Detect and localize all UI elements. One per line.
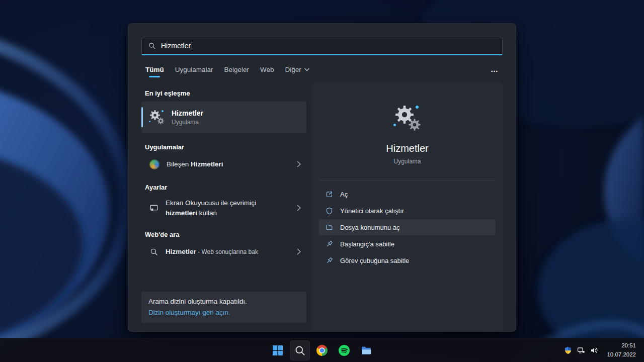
preview-subtitle: Uygulama	[311, 158, 503, 165]
spotify-button[interactable]	[334, 340, 354, 360]
ethernet-network-icon	[577, 346, 585, 354]
results-column: En iyi eşleşme Hizmetler Uygulama Uygula…	[141, 82, 306, 331]
divider	[319, 180, 495, 180]
text-caret	[192, 42, 192, 50]
search-filter-tabs: Tümü Uygulamalar Belgeler Web Diğer …	[145, 63, 499, 79]
indexing-notice-link[interactable]: Dizin oluşturmayı geri açın.	[148, 309, 299, 316]
open-icon	[325, 190, 334, 199]
services-gear-icon	[149, 109, 165, 125]
tab-more-filters[interactable]: Diğer	[285, 66, 309, 79]
selection-indicator	[141, 107, 143, 127]
search-flyout: Hizmetler Tümü Uygulamalar Belgeler Web …	[128, 23, 516, 332]
services-gear-icon-large	[393, 104, 422, 132]
chevron-right-icon	[297, 248, 301, 255]
security-shield-tray-icon[interactable]	[561, 340, 575, 360]
preview-actions: Aç Yönetici olarak çalıştır Dosya konumu…	[311, 183, 503, 269]
admin-shield-icon	[325, 207, 334, 215]
chrome-icon	[316, 344, 328, 356]
apps-section-header: Uygulamalar	[145, 143, 306, 151]
time-text: 20:51	[607, 341, 636, 350]
preview-title: Hizmetler	[311, 143, 503, 154]
search-input[interactable]: Hizmetler	[141, 37, 503, 55]
action-run-as-admin[interactable]: Yönetici olarak çalıştır	[319, 203, 496, 219]
search-icon	[148, 42, 156, 50]
web-section-header: Web'de ara	[145, 231, 306, 238]
chevron-down-icon	[304, 68, 309, 71]
search-taskbar-button[interactable]	[290, 340, 310, 360]
screen-reader-icon	[149, 204, 158, 213]
pin-icon	[325, 256, 334, 265]
search-icon	[294, 344, 306, 356]
speaker-icon	[590, 346, 598, 354]
clock[interactable]: 20:51 10.07.2022	[605, 340, 638, 360]
action-open-file-location[interactable]: Dosya konumunu aç	[319, 219, 496, 235]
pin-icon	[325, 240, 334, 248]
search-query-text: Hizmetler	[161, 42, 191, 50]
preview-pane: Hizmetler Uygulama Aç	[311, 82, 503, 331]
best-match-subtitle: Uygulama	[172, 119, 203, 126]
folder-icon	[325, 223, 334, 232]
action-pin-to-taskbar[interactable]: Görev çubuğuna sabitle	[319, 252, 496, 268]
file-explorer-icon	[360, 344, 372, 356]
network-tray-icon[interactable]	[575, 340, 588, 360]
more-options-button[interactable]: …	[491, 65, 499, 79]
desktop: Hizmetler Tümü Uygulamalar Belgeler Web …	[0, 0, 644, 362]
system-tray: 20:51 10.07.2022	[561, 338, 643, 362]
result-component-services[interactable]: Bileşen Hizmetleri	[141, 155, 306, 173]
component-services-icon	[149, 159, 159, 169]
security-shield-icon	[564, 346, 572, 354]
result-web-search[interactable]: Hizmetler - Web sonuçlarına bak	[141, 243, 306, 260]
taskbar-center-icons	[268, 340, 376, 360]
best-match-header: En iyi eşleşme	[145, 89, 306, 97]
windows-logo-icon	[272, 344, 284, 356]
taskbar: 20:51 10.07.2022	[0, 338, 644, 362]
result-screen-reader-setting[interactable]: Ekran Okuyucusu ile çevrimiçi hizmetleri…	[141, 196, 306, 220]
chevron-right-icon	[297, 205, 301, 211]
indexing-notice-text: Arama dizini oluşturma kapatıldı.	[148, 298, 299, 305]
chevron-right-icon	[297, 161, 301, 167]
best-match-item[interactable]: Hizmetler Uygulama	[141, 102, 306, 133]
tab-documents[interactable]: Belgeler	[224, 66, 250, 79]
chrome-button[interactable]	[312, 340, 332, 360]
best-match-title: Hizmetler	[172, 109, 203, 117]
indexing-notice: Arama dizini oluşturma kapatıldı. Dizin …	[141, 292, 306, 323]
tab-all[interactable]: Tümü	[145, 66, 164, 79]
settings-section-header: Ayarlar	[145, 184, 306, 191]
start-button[interactable]	[268, 340, 288, 360]
volume-tray-icon[interactable]	[588, 340, 601, 360]
spotify-icon	[338, 344, 350, 356]
search-icon	[149, 247, 158, 256]
tab-apps[interactable]: Uygulamalar	[175, 66, 213, 79]
tab-web[interactable]: Web	[260, 66, 274, 79]
file-explorer-button[interactable]	[356, 340, 376, 360]
search-results-area: En iyi eşleşme Hizmetler Uygulama Uygula…	[128, 79, 516, 331]
action-open[interactable]: Aç	[319, 186, 496, 202]
date-text: 10.07.2022	[607, 350, 636, 359]
action-pin-to-start[interactable]: Başlangıç'a sabitle	[319, 236, 496, 252]
